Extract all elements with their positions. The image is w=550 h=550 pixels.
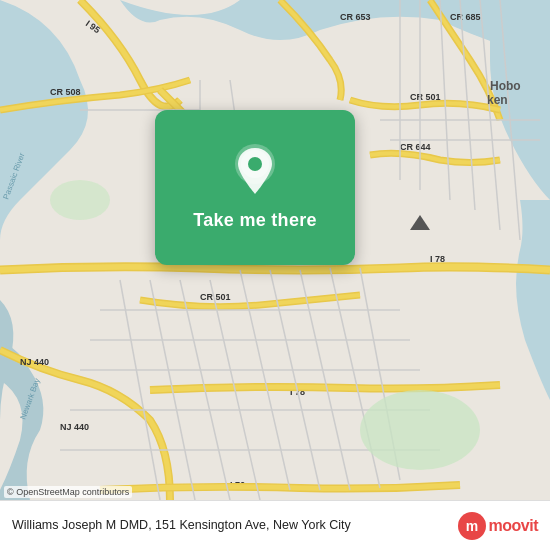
osm-credit: © OpenStreetMap contributors [4,486,132,498]
svg-text:I 78: I 78 [430,254,445,264]
location-text: Williams Joseph M DMD, 151 Kensington Av… [12,517,450,533]
location-pin-icon [231,144,279,200]
svg-text:NJ 440: NJ 440 [60,422,89,432]
moovit-wordmark: moovit [489,517,538,535]
take-me-there-button[interactable]: Take me there [155,110,355,265]
svg-text:CR 644: CR 644 [400,142,431,152]
svg-text:CR 685: CR 685 [450,12,481,22]
svg-text:ken: ken [487,93,508,107]
moovit-logo: m moovit [458,512,538,540]
svg-text:Hobo: Hobo [490,79,521,93]
moovit-icon: m [458,512,486,540]
svg-text:CR 508: CR 508 [50,87,81,97]
take-me-there-label: Take me there [193,210,317,231]
svg-point-49 [248,157,262,171]
svg-point-41 [50,180,110,220]
svg-text:CR 501: CR 501 [410,92,441,102]
svg-text:m: m [465,518,477,534]
svg-point-40 [360,390,480,470]
bottom-bar: Williams Joseph M DMD, 151 Kensington Av… [0,500,550,550]
svg-text:NJ 440: NJ 440 [20,357,49,367]
map-container: I 95 CR 508 CR 653 CR 685 CR 501 CR 644 … [0,0,550,500]
svg-text:CR 653: CR 653 [340,12,371,22]
